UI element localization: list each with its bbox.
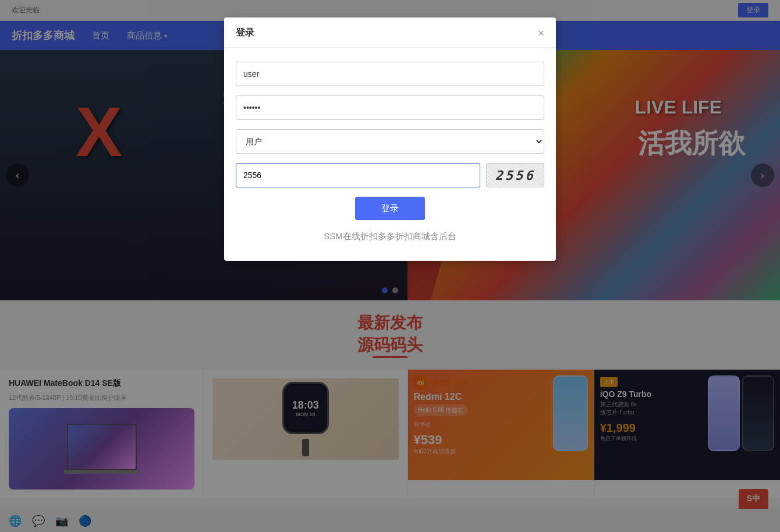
modal-header: 登录 × [224,17,556,48]
modal-title: 登录 [236,27,254,39]
captcha-input[interactable] [236,163,480,187]
captcha-image[interactable]: 2556 [486,163,544,187]
modal-close-button[interactable]: × [538,28,544,38]
username-input[interactable] [236,62,544,86]
login-modal: 登录 × 用户 管理员 2556 登录 SSM在线折扣多多折扣商城含后台 [224,17,556,261]
captcha-row: 2556 [236,163,544,187]
password-input[interactable] [236,95,544,120]
login-submit-button[interactable]: 登录 [355,197,425,220]
modal-description: SSM在线折扣多多折扣商城含后台 [236,229,544,243]
role-select[interactable]: 用户 管理员 [236,129,544,154]
captcha-code: 2556 [495,168,536,183]
modal-body: 用户 管理员 2556 登录 SSM在线折扣多多折扣商城含后台 [224,48,556,261]
